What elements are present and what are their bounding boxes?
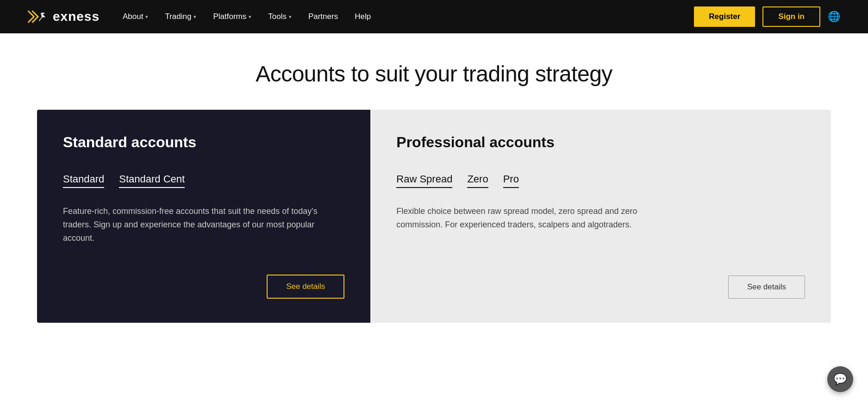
- logo-text: exness: [53, 9, 100, 24]
- standard-account-description: Feature-rich, commission-free accounts t…: [63, 205, 344, 252]
- register-button[interactable]: Register: [694, 6, 755, 27]
- navbar-left: exness About ▾ Trading ▾ Platforms ▾ Too…: [28, 9, 371, 24]
- language-button[interactable]: 🌐: [828, 11, 840, 23]
- tab-standard[interactable]: Standard: [63, 173, 104, 188]
- chevron-down-icon: ▾: [249, 14, 251, 20]
- professional-account-tabs: Raw Spread Zero Pro: [396, 173, 805, 188]
- chat-icon: 💬: [833, 373, 847, 386]
- professional-account-description: Flexible choice between raw spread model…: [396, 205, 674, 253]
- chevron-down-icon: ▾: [194, 14, 196, 20]
- tab-zero[interactable]: Zero: [467, 173, 488, 188]
- professional-see-details-button[interactable]: See details: [728, 276, 805, 299]
- chevron-down-icon: ▾: [145, 14, 148, 20]
- tab-pro[interactable]: Pro: [503, 173, 519, 188]
- nav-item-platforms[interactable]: Platforms ▾: [213, 12, 251, 21]
- nav-item-help[interactable]: Help: [355, 12, 371, 21]
- standard-panel-heading: Standard accounts: [63, 134, 344, 151]
- page-title: Accounts to suit your trading strategy: [37, 61, 831, 87]
- nav-item-tools[interactable]: Tools ▾: [268, 12, 292, 21]
- chat-button[interactable]: 💬: [827, 366, 853, 392]
- globe-icon: 🌐: [828, 11, 840, 22]
- nav-item-partners[interactable]: Partners: [308, 12, 338, 21]
- navbar-right: Register Sign in 🌐: [694, 6, 840, 27]
- standard-account-tabs: Standard Standard Cent: [63, 173, 344, 188]
- standard-accounts-panel: Standard accounts Standard Standard Cent…: [37, 110, 370, 323]
- accounts-container: Standard accounts Standard Standard Cent…: [37, 110, 831, 323]
- nav-item-about[interactable]: About ▾: [123, 12, 148, 21]
- main-content: Accounts to suit your trading strategy S…: [0, 33, 868, 351]
- chevron-down-icon: ▾: [289, 14, 292, 20]
- standard-see-details-button[interactable]: See details: [267, 275, 344, 299]
- nav-links: About ▾ Trading ▾ Platforms ▾ Tools ▾ Pa…: [123, 12, 371, 21]
- nav-item-trading[interactable]: Trading ▾: [165, 12, 196, 21]
- logo-area[interactable]: exness: [28, 9, 100, 24]
- exness-logo-icon: [28, 9, 48, 24]
- navbar: exness About ▾ Trading ▾ Platforms ▾ Too…: [0, 0, 868, 33]
- tab-raw-spread[interactable]: Raw Spread: [396, 173, 452, 188]
- professional-accounts-panel: Professional accounts Raw Spread Zero Pr…: [370, 110, 831, 323]
- tab-standard-cent[interactable]: Standard Cent: [119, 173, 185, 188]
- signin-button[interactable]: Sign in: [762, 6, 820, 27]
- professional-panel-heading: Professional accounts: [396, 134, 805, 151]
